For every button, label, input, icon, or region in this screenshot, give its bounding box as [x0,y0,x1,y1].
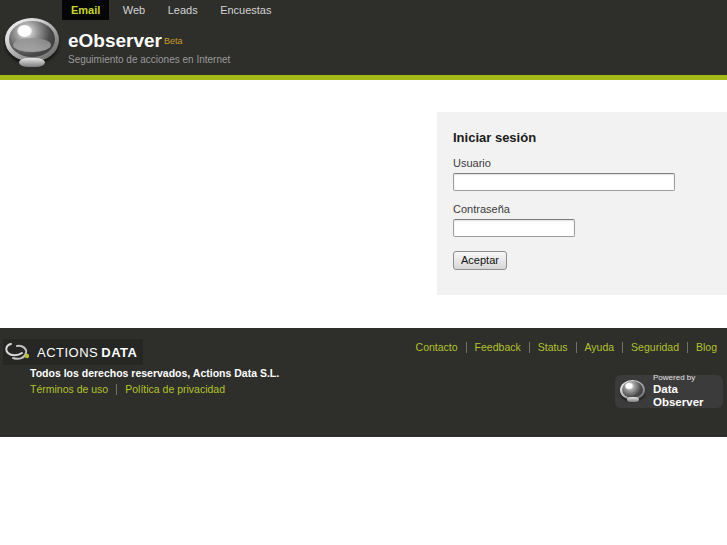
brand-name: eObserver [68,30,162,51]
footer-link-ayuda[interactable]: Ayuda [585,341,615,353]
data-text: DATA [101,345,137,360]
powered-by-line: Powered by [653,374,723,383]
password-label: Contraseña [453,203,727,215]
brand-block: eObserverBeta Seguimiento de acciones en… [68,30,230,65]
divider [466,342,467,353]
beta-badge: Beta [164,36,183,46]
page: Email Web Leads Encuestas eObserverBeta … [0,0,727,545]
powered-by-badge[interactable]: Powered by Data Observer [615,375,723,408]
orb-base [627,397,639,402]
actions-data-wordmark: ACTIONSDATA [37,345,137,360]
brand-line: eObserverBeta [68,30,230,52]
powered-by-text: Powered by Data Observer [653,374,723,408]
orb-wave [13,38,51,52]
tab-web[interactable]: Web [114,0,154,20]
divider [622,342,623,353]
eobserver-logo-icon [5,16,63,66]
main-content: Iniciar sesión Usuario Contraseña Acepta… [0,80,727,328]
footer-link-seguridad[interactable]: Seguridad [631,341,679,353]
footer-link-contacto[interactable]: Contacto [416,341,458,353]
actions-data-logo: ACTIONSDATA [3,339,143,365]
data-observer-logo-icon [620,379,647,404]
tab-encuestas[interactable]: Encuestas [211,0,280,20]
privacy-link[interactable]: Política de privacidad [125,383,225,395]
submit-button[interactable]: Aceptar [453,251,507,270]
username-label: Usuario [453,157,727,169]
top-nav: Email Web Leads Encuestas [62,0,281,20]
tab-email[interactable]: Email [62,0,109,20]
password-input[interactable] [453,219,575,237]
copyright-text: Todos los derechos reservados, Actions D… [30,367,279,379]
data-observer-line: Data Observer [653,383,723,408]
orb-highlight [17,25,32,37]
footer: ACTIONSDATA ContactoFeedbackStatusAyudaS… [0,328,727,437]
footer-nav: ContactoFeedbackStatusAyudaSeguridadBlog [416,341,717,353]
actions-text: ACTIONS [37,345,98,360]
header: Email Web Leads Encuestas eObserverBeta … [0,0,727,75]
orb-base [19,58,45,67]
footer-link-feedback[interactable]: Feedback [475,341,521,353]
tab-leads[interactable]: Leads [159,0,207,20]
actions-data-swirl-icon [5,341,33,363]
login-panel: Iniciar sesión Usuario Contraseña Acepta… [437,112,727,295]
divider [687,342,688,353]
divider [529,342,530,353]
orb-highlight [625,383,633,389]
login-title: Iniciar sesión [453,130,727,145]
footer-link-blog[interactable]: Blog [696,341,717,353]
divider [576,342,577,353]
divider [116,384,117,395]
legal-links: Términos de usoPolítica de privacidad [30,383,225,395]
brand-tagline: Seguimiento de acciones en Internet [68,54,230,65]
username-input[interactable] [453,173,675,191]
terms-link[interactable]: Términos de uso [30,383,108,395]
footer-link-status[interactable]: Status [538,341,568,353]
